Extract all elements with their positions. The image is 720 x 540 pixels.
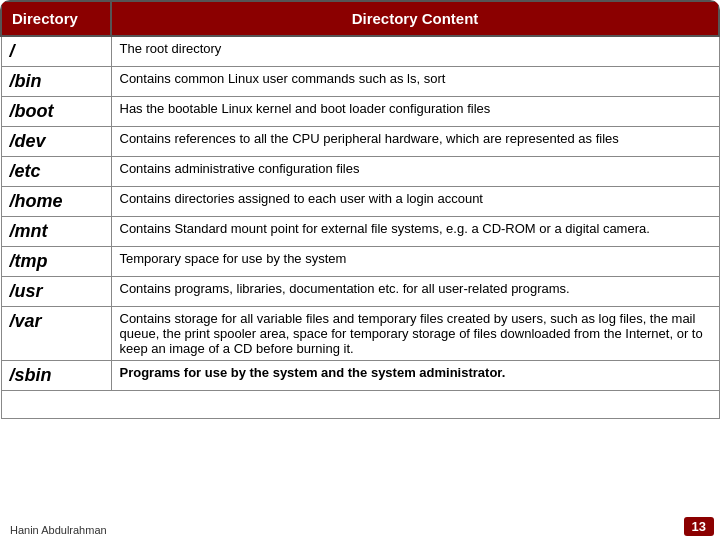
dir-name: /home bbox=[1, 187, 111, 217]
page-number: 13 bbox=[684, 517, 714, 536]
header-content: Directory Content bbox=[111, 1, 719, 36]
dir-content: Contains references to all the CPU perip… bbox=[111, 127, 719, 157]
dir-content: Contains common Linux user commands such… bbox=[111, 67, 719, 97]
dir-name: /etc bbox=[1, 157, 111, 187]
dir-content: Temporary space for use by the system bbox=[111, 247, 719, 277]
dir-content: Contains Standard mount point for extern… bbox=[111, 217, 719, 247]
dir-name: / bbox=[1, 36, 111, 67]
dir-content: The root directory bbox=[111, 36, 719, 67]
dir-name: /bin bbox=[1, 67, 111, 97]
slide-container: Directory Directory Content /The root di… bbox=[0, 0, 720, 540]
dir-name: /sbin bbox=[1, 361, 111, 391]
dir-name: /var bbox=[1, 307, 111, 361]
dir-name: /usr bbox=[1, 277, 111, 307]
dir-content: Contains directories assigned to each us… bbox=[111, 187, 719, 217]
dir-name: /tmp bbox=[1, 247, 111, 277]
dir-content: Contains programs, libraries, documentat… bbox=[111, 277, 719, 307]
dir-name: /boot bbox=[1, 97, 111, 127]
dir-name: /dev bbox=[1, 127, 111, 157]
dir-content: Programs for use by the system and the s… bbox=[111, 361, 719, 391]
dir-content: Contains administrative configuration fi… bbox=[111, 157, 719, 187]
dir-name: /mnt bbox=[1, 217, 111, 247]
dir-content: Has the bootable Linux kernel and boot l… bbox=[111, 97, 719, 127]
dir-content: Contains storage for all variable files … bbox=[111, 307, 719, 361]
author-label: Hanin Abdulrahman bbox=[10, 524, 107, 536]
header-directory: Directory bbox=[1, 1, 111, 36]
directory-table: Directory Directory Content /The root di… bbox=[0, 0, 720, 419]
